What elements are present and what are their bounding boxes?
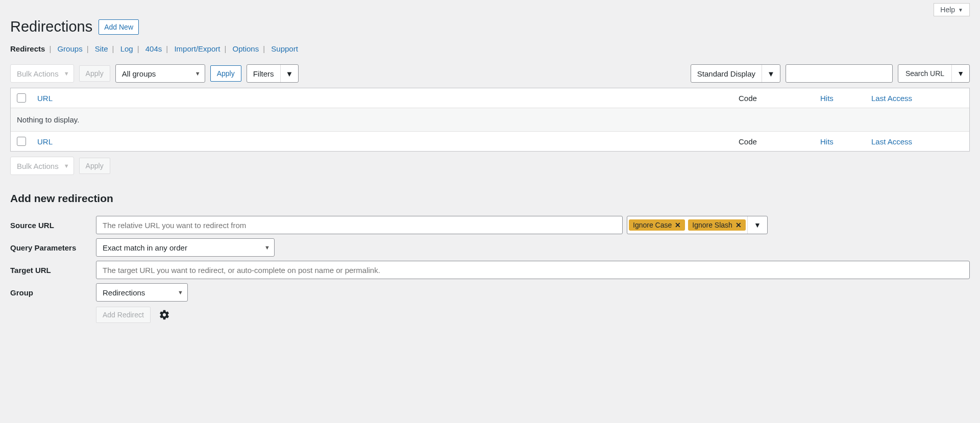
chevron-down-icon: ▼ bbox=[951, 65, 969, 82]
column-hits-footer[interactable]: Hits bbox=[820, 137, 871, 146]
chevron-down-icon: ▼ bbox=[64, 163, 69, 169]
search-url-button[interactable]: Search URL ▼ bbox=[898, 64, 970, 83]
ignore-case-label: Ignore Case bbox=[633, 221, 672, 229]
column-code-footer: Code bbox=[739, 137, 820, 146]
target-url-label: Target URL bbox=[10, 266, 96, 275]
close-icon[interactable]: ✕ bbox=[675, 221, 681, 229]
filters-label: Filters bbox=[247, 65, 280, 82]
column-last-access[interactable]: Last Access bbox=[871, 94, 963, 103]
apply-button-bottom[interactable]: Apply bbox=[79, 158, 110, 174]
column-url[interactable]: URL bbox=[37, 94, 739, 103]
redirects-table: URL Code Hits Last Access Nothing to dis… bbox=[10, 88, 970, 152]
apply-button-top[interactable]: Apply bbox=[79, 65, 110, 82]
chevron-down-icon: ▼ bbox=[762, 65, 780, 82]
chevron-down-icon: ▼ bbox=[195, 70, 201, 77]
tab-redirects[interactable]: Redirects bbox=[10, 44, 45, 53]
groups-label: All groups bbox=[122, 69, 156, 78]
bulk-actions-select[interactable]: Bulk Actions ▼ bbox=[10, 64, 74, 83]
tab-404s[interactable]: 404s bbox=[145, 44, 162, 53]
bulk-actions-select-bottom[interactable]: Bulk Actions ▼ bbox=[10, 157, 74, 175]
tab-support[interactable]: Support bbox=[271, 44, 298, 53]
search-input[interactable] bbox=[786, 64, 893, 83]
close-icon[interactable]: ✕ bbox=[736, 221, 742, 229]
url-flags: Ignore Case ✕ Ignore Slash ✕ ▼ bbox=[627, 216, 768, 234]
tab-options[interactable]: Options bbox=[233, 44, 259, 53]
group-value: Redirections bbox=[103, 288, 145, 297]
nav-tabs: Redirects| Groups| Site| Log| 404s| Impo… bbox=[10, 44, 970, 53]
chevron-down-icon: ▼ bbox=[754, 221, 761, 229]
bulk-actions-label: Bulk Actions bbox=[17, 69, 59, 78]
query-params-value: Exact match in any order bbox=[103, 243, 187, 252]
tab-import-export[interactable]: Import/Export bbox=[174, 44, 220, 53]
source-url-input[interactable] bbox=[96, 216, 623, 234]
tab-log[interactable]: Log bbox=[120, 44, 133, 53]
apply-groups-button[interactable]: Apply bbox=[210, 65, 241, 82]
gear-icon[interactable] bbox=[159, 309, 170, 320]
search-url-label: Search URL bbox=[898, 65, 951, 82]
add-new-button[interactable]: Add New bbox=[99, 19, 139, 35]
help-button[interactable]: Help ▼ bbox=[934, 3, 970, 16]
ignore-case-chip[interactable]: Ignore Case ✕ bbox=[629, 219, 685, 231]
source-url-label: Source URL bbox=[10, 221, 96, 230]
tab-site[interactable]: Site bbox=[95, 44, 108, 53]
query-params-select[interactable]: Exact match in any order ▼ bbox=[96, 238, 275, 257]
page-title: Redirections bbox=[10, 18, 92, 35]
target-url-input[interactable] bbox=[96, 261, 970, 279]
add-form-heading: Add new redirection bbox=[10, 192, 970, 205]
group-label: Group bbox=[10, 288, 96, 297]
chevron-down-icon: ▼ bbox=[958, 7, 963, 13]
add-redirect-button[interactable]: Add Redirect bbox=[96, 307, 151, 323]
help-label: Help bbox=[940, 6, 955, 14]
column-last-access-footer[interactable]: Last Access bbox=[871, 137, 963, 146]
display-mode-label: Standard Display bbox=[691, 65, 762, 82]
select-all-checkbox-top[interactable] bbox=[17, 93, 26, 103]
group-select[interactable]: Redirections ▼ bbox=[96, 283, 188, 302]
groups-select[interactable]: All groups ▼ bbox=[115, 64, 205, 83]
table-empty-message: Nothing to display. bbox=[11, 108, 969, 131]
filters-select[interactable]: Filters ▼ bbox=[247, 64, 299, 83]
chevron-down-icon: ▼ bbox=[178, 289, 183, 295]
select-all-checkbox-bottom[interactable] bbox=[17, 137, 26, 146]
chevron-down-icon: ▼ bbox=[264, 244, 270, 251]
query-params-label: Query Parameters bbox=[10, 243, 96, 252]
column-url-footer[interactable]: URL bbox=[37, 137, 739, 146]
column-code: Code bbox=[739, 94, 820, 103]
display-mode-select[interactable]: Standard Display ▼ bbox=[691, 64, 780, 83]
bulk-actions-label: Bulk Actions bbox=[17, 162, 59, 170]
chevron-down-icon: ▼ bbox=[64, 70, 69, 77]
tab-groups[interactable]: Groups bbox=[57, 44, 82, 53]
ignore-slash-label: Ignore Slash bbox=[692, 221, 732, 229]
ignore-slash-chip[interactable]: Ignore Slash ✕ bbox=[688, 219, 746, 231]
column-hits[interactable]: Hits bbox=[820, 94, 871, 103]
flags-dropdown[interactable]: ▼ bbox=[747, 216, 767, 234]
chevron-down-icon: ▼ bbox=[280, 65, 299, 82]
